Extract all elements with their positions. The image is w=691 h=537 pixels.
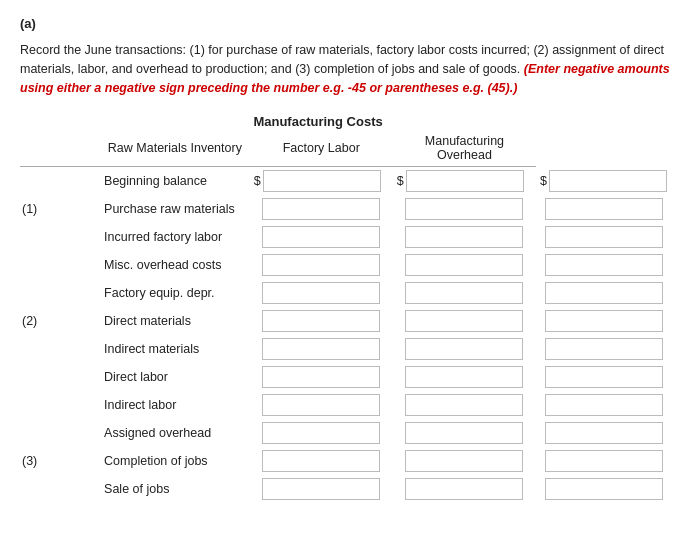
input-row11-col2[interactable] — [545, 478, 663, 500]
row-label: Direct materials — [100, 307, 250, 335]
input-cell — [393, 223, 536, 251]
input-row1-col2[interactable] — [545, 198, 663, 220]
th-empty — [20, 111, 100, 131]
row-group-num — [20, 363, 100, 391]
input-cell — [393, 391, 536, 419]
row-label: Misc. overhead costs — [100, 251, 250, 279]
input-row8-col1[interactable] — [405, 394, 523, 416]
input-row11-col1[interactable] — [405, 478, 523, 500]
input-cell — [536, 419, 671, 447]
input-row7-col2[interactable] — [545, 366, 663, 388]
input-beginning-balance-col1[interactable] — [406, 170, 524, 192]
input-row6-col1[interactable] — [405, 338, 523, 360]
input-cell — [536, 223, 671, 251]
input-cell — [250, 447, 393, 475]
table-row: (1)Purchase raw materials — [20, 195, 671, 223]
input-row11-col0[interactable] — [262, 478, 380, 500]
table-row: (3)Completion of jobs — [20, 447, 671, 475]
input-row10-col1[interactable] — [405, 450, 523, 472]
section-label: (a) — [20, 16, 671, 31]
input-beginning-balance-col0[interactable] — [263, 170, 381, 192]
input-row7-col0[interactable] — [262, 366, 380, 388]
input-row2-col2[interactable] — [545, 226, 663, 248]
table-row: Incurred factory labor — [20, 223, 671, 251]
table-row: Direct labor — [20, 363, 671, 391]
table-row: Beginning balance$$$ — [20, 167, 671, 196]
input-cell — [250, 475, 393, 503]
input-cell — [250, 419, 393, 447]
dollar-sign: $ — [540, 174, 547, 188]
row-label: Indirect materials — [100, 335, 250, 363]
row-group-num — [20, 251, 100, 279]
input-row7-col1[interactable] — [405, 366, 523, 388]
input-row8-col0[interactable] — [262, 394, 380, 416]
input-cell — [536, 447, 671, 475]
input-row2-col1[interactable] — [405, 226, 523, 248]
cost-table-wrapper: Manufacturing Costs Raw Materials Invent… — [20, 111, 671, 503]
row-label: Completion of jobs — [100, 447, 250, 475]
row-group-num: (2) — [20, 307, 100, 335]
input-row6-col0[interactable] — [262, 338, 380, 360]
input-row4-col0[interactable] — [262, 282, 380, 304]
table-row: Assigned overhead — [20, 419, 671, 447]
input-cell — [536, 279, 671, 307]
input-row6-col2[interactable] — [545, 338, 663, 360]
input-row9-col2[interactable] — [545, 422, 663, 444]
row-label: Purchase raw materials — [100, 195, 250, 223]
input-row10-col2[interactable] — [545, 450, 663, 472]
input-row1-col0[interactable] — [262, 198, 380, 220]
input-row2-col0[interactable] — [262, 226, 380, 248]
instructions-text: Record the June transactions: (1) for pu… — [20, 41, 671, 97]
row-label: Sale of jobs — [100, 475, 250, 503]
table-row: (2)Direct materials — [20, 307, 671, 335]
th-raw-materials: Raw Materials Inventory — [100, 131, 250, 167]
input-cell — [536, 475, 671, 503]
input-row8-col2[interactable] — [545, 394, 663, 416]
table-row: Indirect materials — [20, 335, 671, 363]
manufacturing-costs-table: Manufacturing Costs Raw Materials Invent… — [20, 111, 671, 503]
input-cell — [393, 475, 536, 503]
input-cell — [250, 391, 393, 419]
row-group-num: (1) — [20, 195, 100, 223]
input-cell — [536, 307, 671, 335]
th-manufacturing-costs: Manufacturing Costs — [100, 111, 536, 131]
input-cell: $ — [393, 167, 536, 196]
input-cell — [393, 335, 536, 363]
input-cell — [393, 279, 536, 307]
input-row5-col0[interactable] — [262, 310, 380, 332]
th-factory-labor: Factory Labor — [250, 131, 393, 167]
th-row-label — [20, 131, 100, 167]
input-row10-col0[interactable] — [262, 450, 380, 472]
input-cell — [250, 279, 393, 307]
input-cell — [250, 251, 393, 279]
input-cell — [393, 363, 536, 391]
input-cell — [536, 335, 671, 363]
input-row3-col2[interactable] — [545, 254, 663, 276]
row-group-num — [20, 167, 100, 196]
input-row5-col1[interactable] — [405, 310, 523, 332]
input-row9-col1[interactable] — [405, 422, 523, 444]
input-beginning-balance-col2[interactable] — [549, 170, 667, 192]
row-group-num — [20, 335, 100, 363]
input-cell — [250, 335, 393, 363]
input-row5-col2[interactable] — [545, 310, 663, 332]
row-group-num — [20, 391, 100, 419]
table-row: Sale of jobs — [20, 475, 671, 503]
row-label: Assigned overhead — [100, 419, 250, 447]
input-row4-col2[interactable] — [545, 282, 663, 304]
input-cell — [536, 391, 671, 419]
input-cell — [250, 223, 393, 251]
table-row: Misc. overhead costs — [20, 251, 671, 279]
row-label: Incurred factory labor — [100, 223, 250, 251]
input-row3-col1[interactable] — [405, 254, 523, 276]
input-row3-col0[interactable] — [262, 254, 380, 276]
row-label: Direct labor — [100, 363, 250, 391]
input-row9-col0[interactable] — [262, 422, 380, 444]
row-group-num: (3) — [20, 447, 100, 475]
table-row: Indirect labor — [20, 391, 671, 419]
input-cell — [536, 195, 671, 223]
input-cell — [393, 195, 536, 223]
input-row1-col1[interactable] — [405, 198, 523, 220]
input-cell — [250, 363, 393, 391]
input-row4-col1[interactable] — [405, 282, 523, 304]
